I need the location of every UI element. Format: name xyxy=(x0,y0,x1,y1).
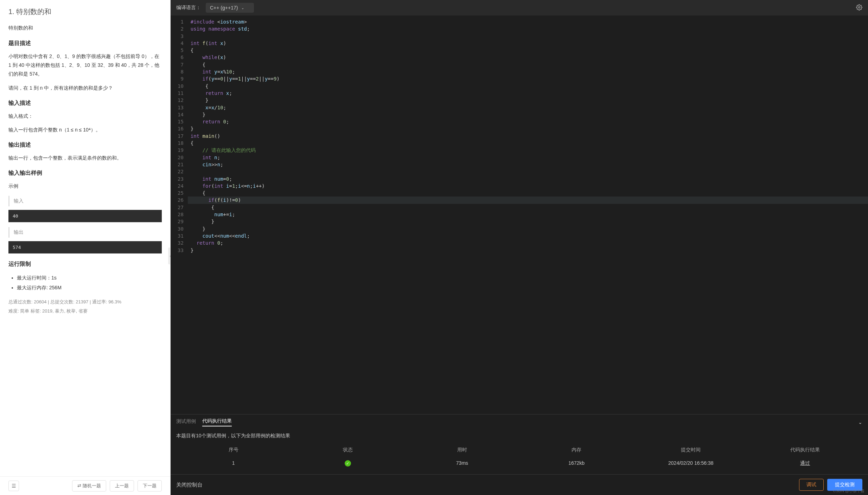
sample-label: 示例 xyxy=(8,182,162,191)
results-panel: 测试用例 代码执行结果 ⌄ 本题目有10个测试用例，以下为全部用例的检测结果 序… xyxy=(171,414,868,475)
lang-select[interactable]: C++ (g++17) ⌄ xyxy=(206,3,254,13)
verdict-link[interactable]: 通过 xyxy=(800,460,810,466)
col-mem: 内存 xyxy=(519,447,634,453)
list-icon[interactable]: ☰ xyxy=(8,481,19,491)
lang-value: C++ (g++17) xyxy=(210,5,238,11)
input-p2: 输入一行包含两个整数 n（1 ≤ n ≤ 10⁴）。 xyxy=(8,126,162,134)
col-submitted: 提交时间 xyxy=(634,447,748,453)
svg-point-0 xyxy=(859,6,860,8)
limit-time: 最大运行时间：1s xyxy=(17,273,162,283)
problem-panel: 1. 特别数的和 特别数的和 题目描述 小明对数位中含有 2、0、1、9 的数字… xyxy=(0,0,171,495)
cell-status: ✓ xyxy=(291,460,405,467)
output-p1: 输出一行，包含一个整数，表示满足条件的数的和。 xyxy=(8,154,162,162)
desc-p2: 请问，在 1 到 n 中，所有这样的数的和是多少？ xyxy=(8,84,162,92)
limit-list: 最大运行时间：1s 最大运行内存: 256M xyxy=(8,273,162,292)
stats-line: 总通过次数: 20604 | 总提交次数: 21397 | 通过率: 96.3% xyxy=(8,299,162,305)
desc-heading: 题目描述 xyxy=(8,40,162,47)
col-status: 状态 xyxy=(291,447,405,453)
problem-scroll[interactable]: 1. 特别数的和 特别数的和 题目描述 小明对数位中含有 2、0、1、9 的数字… xyxy=(0,0,170,476)
code-area[interactable]: #include <iostream>using namespace std; … xyxy=(188,15,868,414)
code-editor[interactable]: 1234567891011121314151617181920212223242… xyxy=(171,15,868,414)
results-summary: 本题目有10个测试用例，以下为全部用例的检测结果 xyxy=(171,430,868,443)
input-p1: 输入格式： xyxy=(8,112,162,121)
left-footer: ☰ ⇄ 随机一题 上一题 下一题 xyxy=(0,476,170,495)
chevron-down-icon: ⌄ xyxy=(241,6,244,10)
tab-exec-result[interactable]: 代码执行结果 xyxy=(202,418,232,426)
sample-output-box: 574 xyxy=(8,241,162,253)
close-console-button[interactable]: 关闭控制台 xyxy=(176,482,203,488)
cell-index: 1 xyxy=(176,460,291,467)
col-verdict: 代码执行结果 xyxy=(748,447,862,453)
results-tabs: 测试用例 代码执行结果 ⌄ xyxy=(171,414,868,430)
problem-subtitle: 特别数的和 xyxy=(8,25,162,31)
results-table: 序号 状态 用时 内存 提交时间 代码执行结果 1 ✓ 73ms 1672kb … xyxy=(171,443,868,475)
prev-button[interactable]: 上一题 xyxy=(110,480,134,491)
editor-panel: 编译语言： C++ (g++17) ⌄ 12345678910111213141… xyxy=(171,0,868,495)
line-gutter: 1234567891011121314151617181920212223242… xyxy=(171,15,188,414)
results-header-row: 序号 状态 用时 内存 提交时间 代码执行结果 xyxy=(176,443,862,457)
limit-heading: 运行限制 xyxy=(8,261,162,268)
input-heading: 输入描述 xyxy=(8,99,162,107)
cell-verdict: 通过 xyxy=(748,460,862,467)
random-button[interactable]: ⇄ 随机一题 xyxy=(72,480,106,491)
cell-time: 73ms xyxy=(405,460,519,467)
sample-output-label: 输出 xyxy=(8,227,162,238)
check-icon: ✓ xyxy=(345,460,351,467)
problem-title: 1. 特别数的和 xyxy=(8,7,162,17)
results-row: 1 ✓ 73ms 1672kb 2024/02/20 16:56:38 通过 xyxy=(176,457,862,470)
cell-mem: 1672kb xyxy=(519,460,634,467)
chevron-down-icon[interactable]: ⌄ xyxy=(858,419,862,425)
lang-label: 编译语言： xyxy=(176,5,201,11)
sample-heading: 输入输出样例 xyxy=(8,169,162,177)
output-heading: 输出描述 xyxy=(8,141,162,149)
desc-p1: 小明对数位中含有 2、0、1、9 的数字很感兴趣（不包括前导 0），在 1 到 … xyxy=(8,52,162,79)
tags-line: 难度: 简单 标签: 2019, 暴力, 枚举, 省赛 xyxy=(8,308,162,314)
editor-header: 编译语言： C++ (g++17) ⌄ xyxy=(171,0,868,15)
gear-icon[interactable] xyxy=(856,4,862,12)
limit-mem: 最大运行内存: 256M xyxy=(17,283,162,292)
sample-input-label: 输入 xyxy=(8,196,162,206)
submit-button[interactable]: 提交检测 xyxy=(827,479,862,491)
tab-testcases[interactable]: 测试用例 xyxy=(176,418,196,426)
next-button[interactable]: 下一题 xyxy=(138,480,162,491)
col-time: 用时 xyxy=(405,447,519,453)
cell-submitted: 2024/02/20 16:56:38 xyxy=(634,460,748,467)
sample-input-box: 40 xyxy=(8,210,162,222)
col-index: 序号 xyxy=(176,447,291,453)
bottom-bar: 关闭控制台 调试 提交检测 xyxy=(171,474,868,495)
debug-button[interactable]: 调试 xyxy=(799,479,824,491)
